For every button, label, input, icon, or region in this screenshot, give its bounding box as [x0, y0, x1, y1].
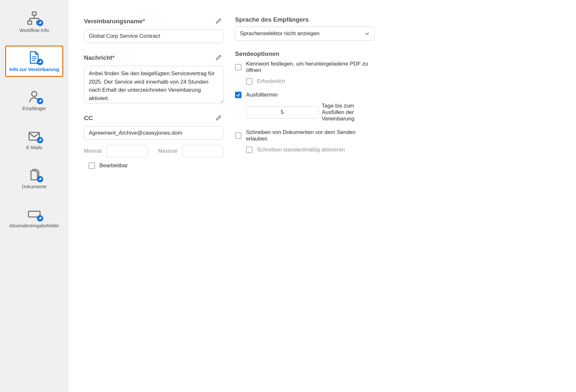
edit-message-button[interactable]: [214, 53, 223, 63]
pencil-icon: [216, 114, 222, 121]
workflow-icon: [26, 11, 42, 26]
agreement-name-group: Vereinbarungsname*: [84, 16, 223, 43]
cc-min-input[interactable]: [106, 145, 148, 157]
password-required-checkbox[interactable]: [246, 78, 252, 85]
deadline-checkbox[interactable]: [235, 92, 242, 98]
min-label: Minimal: [84, 148, 102, 154]
sidebar-item-workflow-info[interactable]: Workflow-Info: [5, 6, 63, 38]
recipient-language-select[interactable]: Sprachenselektor nicht anzeigen: [235, 26, 375, 41]
sidebar-item-label: Dokumente: [22, 184, 47, 189]
document-icon: [26, 50, 42, 65]
max-label: Maximal: [158, 148, 178, 154]
write-default-checkbox[interactable]: [246, 147, 252, 153]
sidebar-item-emails[interactable]: E-Mails: [5, 124, 63, 155]
sidebar-item-agreement-info[interactable]: Info zur Vereinbarung: [5, 46, 63, 77]
cc-group: CC Minimal Maximal Bearbeitbar: [84, 113, 223, 169]
send-options-title: Sendeoptionen: [235, 50, 375, 57]
svg-rect-0: [32, 12, 36, 15]
edit-agreement-name-button[interactable]: [214, 16, 223, 26]
cc-editable-label: Bearbeitbar: [99, 162, 128, 169]
password-label: Kennwort festlegen, um heruntergeladene …: [246, 61, 375, 74]
documents-icon: [26, 168, 42, 182]
chevron-down-icon: [365, 31, 370, 36]
sidebar: Workflow-Info Info zur Vereinbarung Empf…: [0, 0, 68, 392]
recipient-language-value: Sprachenselektor nicht anzeigen: [240, 30, 320, 37]
svg-point-6: [32, 91, 37, 97]
pencil-icon: [216, 17, 222, 24]
person-icon: [26, 89, 42, 104]
deadline-days-text: Tage bis zum Ausfüllen der Vereinbarung: [322, 103, 375, 122]
recipient-language-group: Sprache des Empfängers Sprachenselektor …: [235, 16, 375, 41]
deadline-days-input[interactable]: [246, 106, 319, 119]
password-checkbox[interactable]: [235, 64, 242, 70]
sidebar-item-label: Workflow-Info: [19, 27, 49, 33]
message-group: Nachricht*: [84, 53, 223, 103]
cc-input[interactable]: [84, 126, 223, 140]
agreement-name-label: Vereinbarungsname*: [84, 18, 145, 25]
send-options-group: Sendeoptionen Kennwort festlegen, um her…: [235, 50, 375, 153]
agreement-name-input[interactable]: [84, 29, 223, 43]
allow-write-label: Schreiben von Dokumenten vor dem Senden …: [246, 129, 375, 142]
sidebar-item-label: Absendereingabefelder: [9, 223, 59, 228]
main-content: Vereinbarungsname* Nachricht* CC: [68, 0, 576, 392]
sidebar-item-label: E-Mails: [26, 145, 42, 150]
sidebar-item-sender-inputs[interactable]: Absendereingabefelder: [5, 202, 63, 233]
deadline-label: Ausfülltermin: [246, 92, 278, 98]
mail-icon: [26, 129, 42, 143]
recipient-language-label: Sprache des Empfängers: [235, 16, 375, 23]
password-required-label: Erforderlich: [257, 78, 285, 85]
message-label: Nachricht*: [84, 54, 115, 61]
sidebar-item-documents[interactable]: Dokumente: [5, 163, 63, 194]
cc-label: CC: [84, 115, 93, 122]
input-field-icon: [26, 207, 42, 221]
edit-cc-button[interactable]: [214, 113, 223, 123]
allow-write-checkbox[interactable]: [235, 132, 242, 139]
pencil-icon: [216, 54, 222, 60]
svg-rect-1: [28, 21, 32, 24]
cc-max-input[interactable]: [182, 145, 223, 157]
write-default-label: Schreiben standardmäßig aktivieren: [257, 147, 345, 153]
message-textarea[interactable]: [84, 66, 223, 103]
cc-editable-checkbox[interactable]: [88, 162, 95, 169]
sidebar-item-label: Info zur Vereinbarung: [9, 67, 59, 72]
sidebar-item-label: Empfänger: [22, 106, 46, 111]
sidebar-item-recipients[interactable]: Empfänger: [5, 85, 63, 116]
